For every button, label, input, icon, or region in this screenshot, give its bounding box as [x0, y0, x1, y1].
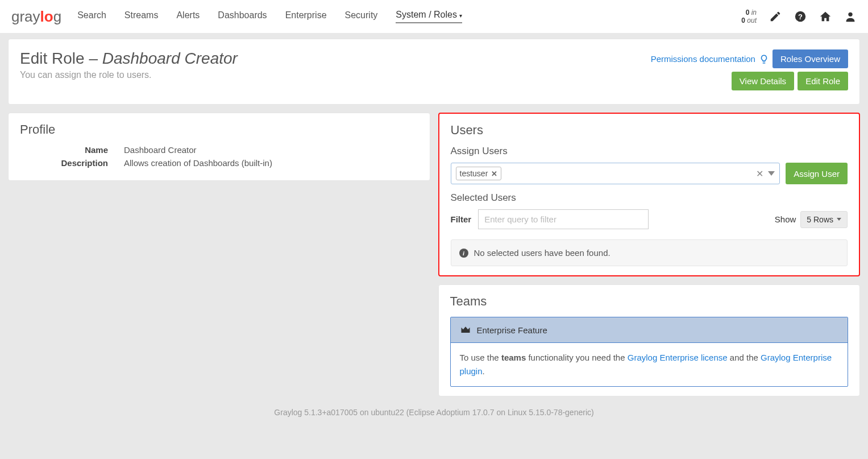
graylog-logo[interactable]: graylog: [11, 8, 61, 26]
chevron-down-icon: [837, 218, 841, 221]
selected-users-heading: Selected Users: [451, 192, 848, 204]
remove-chip-icon[interactable]: ✕: [491, 169, 497, 178]
assign-user-button[interactable]: Assign User: [786, 163, 848, 184]
show-label: Show: [775, 214, 796, 224]
lightbulb-icon: [759, 54, 769, 64]
nav-alerts[interactable]: Alerts: [176, 10, 200, 23]
user-icon[interactable]: [844, 10, 857, 23]
navbar: graylog Search Streams Alerts Dashboards…: [0, 0, 868, 33]
footer-version: Graylog 5.1.3+a017005 on ubuntu22 (Eclip…: [8, 396, 860, 423]
page-subtitle: You can assign the role to users.: [20, 70, 238, 80]
nav-system-roles[interactable]: System / Roles ▾: [396, 10, 462, 23]
rows-dropdown[interactable]: 5 Rows: [800, 211, 848, 228]
nav-streams[interactable]: Streams: [124, 10, 159, 23]
profile-desc-value: Allows creation of Dashboards (built-in): [108, 158, 272, 168]
profile-name-value: Dashboard Creator: [108, 145, 197, 155]
edit-role-button[interactable]: Edit Role: [798, 72, 848, 90]
teams-heading: Teams: [450, 294, 849, 309]
filter-input[interactable]: [478, 209, 649, 229]
users-card: Users Assign Users testuser ✕ ✕ Assign U…: [438, 113, 861, 276]
enterprise-license-link[interactable]: Graylog Enterprise license: [628, 353, 728, 362]
teams-card: Teams Enterprise Feature To use the team…: [438, 284, 861, 396]
home-icon[interactable]: [819, 10, 832, 23]
assign-users-select[interactable]: testuser ✕ ✕: [451, 163, 780, 184]
user-chip: testuser ✕: [456, 167, 502, 180]
view-details-button[interactable]: View Details: [732, 72, 794, 90]
nav-right: 0 in 0 out ?: [741, 9, 857, 25]
scratchpad-icon[interactable]: [769, 10, 782, 23]
help-icon[interactable]: ?: [794, 10, 807, 23]
chevron-down-icon: ▾: [459, 13, 462, 19]
crown-icon: [460, 324, 471, 336]
users-heading: Users: [451, 123, 848, 138]
enterprise-notice: Enterprise Feature To use the teams func…: [450, 317, 849, 387]
page-header: Edit Role – Dashboard Creator You can as…: [8, 39, 860, 105]
svg-point-2: [848, 13, 852, 16]
profile-desc-label: Description: [20, 158, 108, 168]
nav-dashboards[interactable]: Dashboards: [218, 10, 267, 23]
nav-enterprise[interactable]: Enterprise: [285, 10, 327, 23]
clear-select-icon[interactable]: ✕: [756, 168, 763, 179]
dropdown-caret-icon[interactable]: [768, 171, 775, 176]
page-title: Edit Role – Dashboard Creator: [20, 49, 238, 68]
profile-heading: Profile: [20, 122, 418, 137]
profile-name-label: Name: [20, 145, 108, 155]
filter-label: Filter: [451, 214, 472, 224]
throughput-indicator: 0 in 0 out: [741, 9, 757, 25]
svg-text:?: ?: [798, 13, 803, 21]
profile-card: Profile Name Dashboard Creator Descripti…: [8, 113, 430, 181]
assign-users-heading: Assign Users: [451, 146, 848, 157]
enterprise-body: To use the teams functionality you need …: [451, 343, 848, 386]
roles-overview-button[interactable]: Roles Overview: [773, 49, 848, 68]
permissions-doc-link[interactable]: Permissions documentation: [651, 54, 769, 64]
nav-search[interactable]: Search: [77, 10, 106, 23]
info-icon: i: [459, 249, 468, 258]
no-users-alert: i No selected users have been found.: [451, 239, 848, 266]
nav-security[interactable]: Security: [345, 10, 378, 23]
nav-items: Search Streams Alerts Dashboards Enterpr…: [77, 10, 462, 23]
